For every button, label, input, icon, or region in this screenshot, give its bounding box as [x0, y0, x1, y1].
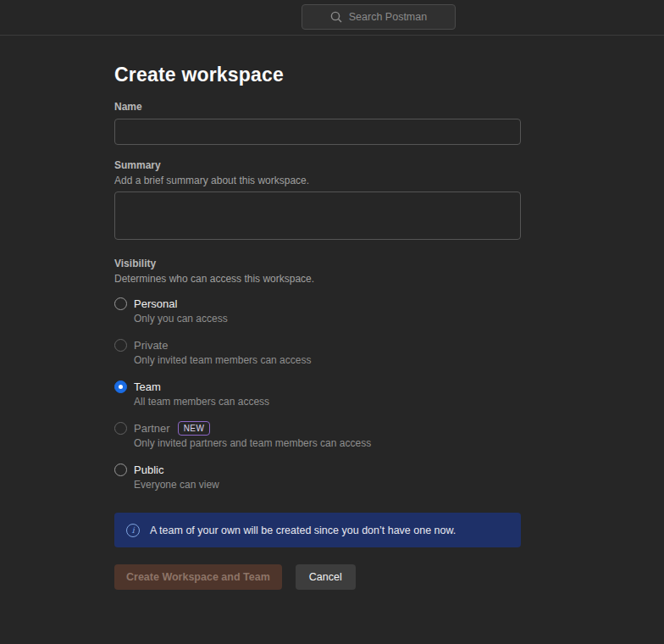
option-desc-public: Everyone can view — [134, 479, 219, 491]
create-workspace-button[interactable]: Create Workspace and Team — [114, 564, 282, 590]
radio-team-selected[interactable] — [114, 380, 127, 393]
visibility-option-public[interactable]: Public Everyone can view — [114, 463, 521, 498]
summary-input[interactable] — [114, 192, 521, 240]
visibility-option-private[interactable]: Private Only invited team members can ac… — [114, 338, 521, 374]
info-banner: i A team of your own will be created sin… — [114, 513, 521, 547]
visibility-option-partner[interactable]: Partner NEW Only invited partners and te… — [114, 421, 521, 457]
option-label-partner[interactable]: Partner — [134, 421, 170, 436]
radio-partner[interactable] — [114, 422, 127, 435]
name-label: Name — [114, 101, 521, 113]
option-label-public[interactable]: Public — [134, 463, 163, 477]
create-workspace-form: Create workspace Name Summary Add a brie… — [114, 64, 521, 590]
visibility-label: Visibility — [114, 258, 521, 269]
visibility-description: Determines who can access this workspace… — [114, 273, 521, 285]
info-banner-text: A team of your own will be created since… — [150, 525, 456, 536]
radio-personal[interactable] — [114, 297, 127, 310]
radio-public[interactable] — [114, 464, 127, 476]
option-desc-team: All team members can access — [134, 396, 269, 408]
search-placeholder: Search Postman — [349, 11, 427, 23]
radio-private[interactable] — [114, 339, 127, 352]
action-buttons: Create Workspace and Team Cancel — [114, 564, 521, 590]
cancel-button[interactable]: Cancel — [296, 564, 356, 590]
option-label-private[interactable]: Private — [134, 338, 168, 353]
new-badge: NEW — [178, 421, 211, 436]
option-desc-partner: Only invited partners and team members c… — [134, 437, 371, 450]
name-input[interactable] — [114, 119, 521, 145]
top-bar: Search Postman — [0, 0, 664, 36]
option-desc-private: Only invited team members can access — [134, 354, 311, 367]
visibility-option-team[interactable]: Team All team members can access — [114, 380, 521, 415]
option-desc-personal: Only you can access — [134, 313, 228, 325]
page-title: Create workspace — [114, 64, 521, 86]
search-icon — [330, 11, 342, 23]
visibility-option-personal[interactable]: Personal Only you can access — [114, 297, 521, 332]
summary-description: Add a brief summary about this workspace… — [114, 175, 521, 186]
search-input[interactable]: Search Postman — [302, 4, 456, 30]
info-icon: i — [126, 524, 140, 537]
option-label-personal[interactable]: Personal — [134, 297, 177, 311]
summary-label: Summary — [114, 159, 521, 171]
option-label-team[interactable]: Team — [134, 380, 161, 394]
visibility-options: Personal Only you can access Private Onl… — [114, 297, 521, 498]
